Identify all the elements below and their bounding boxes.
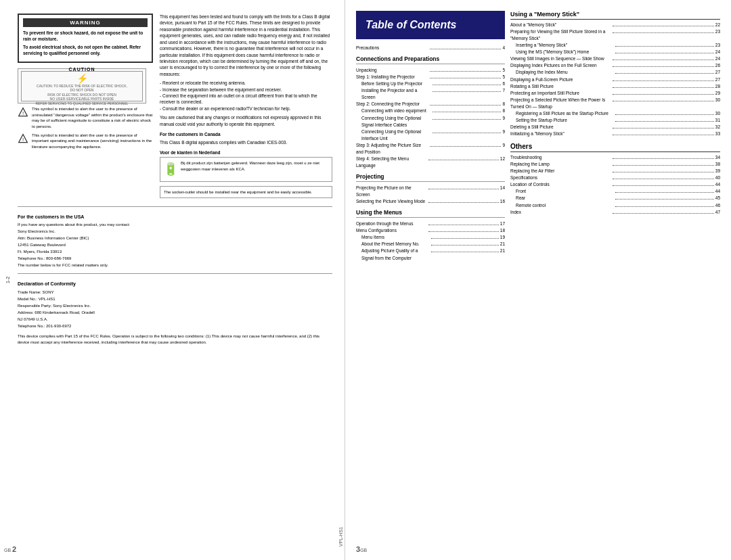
toc-step4: Step 4: Selecting the Menu Language 12 xyxy=(356,156,505,169)
warning-text: To prevent fire or shock hazard, do not … xyxy=(23,30,148,56)
warning-box: WARNING To prevent fire or shock hazard,… xyxy=(18,14,153,63)
toc-viewing-mode: Selecting the Picture Viewing Mode 16 xyxy=(356,198,505,205)
about-memory-stick: About a "Memory Stick" 22 xyxy=(510,22,720,28)
alert-box-2: ! This symbol is intended to alert the u… xyxy=(18,133,153,149)
rotating-picture: Rotating a Still Picture 28 xyxy=(510,83,720,90)
fcc-compliance-text: This device complies with Part 15 of the… xyxy=(18,333,332,345)
gb-label-left: GB 2 xyxy=(4,545,16,553)
warning-title: WARNING xyxy=(23,18,148,27)
caution-small-text: CAUTION: TO REDUCE THE RISK OF ELECTRIC … xyxy=(35,84,128,106)
toc-operation-menus: Operation through the Menus 17 xyxy=(356,220,505,227)
toc-step3: Step 3: Adjusting the Picture Size and P… xyxy=(356,142,505,156)
rear-controls: Rear 45 xyxy=(510,195,720,202)
toc-menu-config: Menu Configurations 18 xyxy=(356,227,505,234)
toc-interface-unit: Connecting Using the Optional Interface … xyxy=(356,129,505,142)
replacing-lamp: Replacing the Lamp 38 xyxy=(510,161,720,168)
fcc-text-column: This equipment has been tested and found… xyxy=(160,14,332,198)
projecting-startup: Projecting a Selected Picture When the P… xyxy=(510,97,720,110)
full-screen-picture: Displaying a Full-Screen Picture 27 xyxy=(510,76,720,83)
divider-2 xyxy=(18,273,332,274)
specifications: Specifications 40 xyxy=(510,174,720,181)
others-section: Others Troubleshooting 34 Replacing the … xyxy=(510,143,720,216)
caution-inner: CAUTION ⚡ CAUTION: TO REDUCE THE RISK OF… xyxy=(21,71,143,101)
troubleshooting: Troubleshooting 34 xyxy=(510,154,720,161)
right-page: Table of Contents Precautions 4 Connecti… xyxy=(345,0,731,560)
toc-preset-memory: About the Preset Memory No. 21 xyxy=(356,241,505,248)
toc-section-connections: Connections and Preparations xyxy=(356,55,505,64)
setting-startup: Setting the Startup Picture 31 xyxy=(510,117,720,124)
memory-stick-section: Using a "Memory Stick" About a "Memory S… xyxy=(510,11,720,137)
index-menu: Displaying the Index Menu 27 xyxy=(510,69,720,76)
rotated-page-label: 1-2 xyxy=(5,277,10,283)
page-container: 1-2 WARNING To prevent fire or shock haz… xyxy=(0,0,731,560)
warning-icon: ⚡ xyxy=(76,73,88,84)
left-page: 1-2 WARNING To prevent fire or shock haz… xyxy=(0,0,345,560)
declaration-title: Declaration of Conformity xyxy=(18,281,332,288)
inserting-memory-stick: Inserting a "Memory Stick" 23 xyxy=(510,42,720,49)
toc-precautions: Precautions 4 xyxy=(356,45,505,51)
left-top-section: WARNING To prevent fire or shock hazard,… xyxy=(18,14,332,198)
svg-text:!: ! xyxy=(22,110,24,116)
protecting-picture: Protecting an Important Still Picture 29 xyxy=(510,90,720,97)
toc-column: Table of Contents Precautions 4 Connecti… xyxy=(356,11,505,549)
model-label: VPL-HS1 xyxy=(338,527,343,546)
precautions-page: 4 xyxy=(502,45,505,51)
index-pictures: Displaying Index Pictures on the Full Sc… xyxy=(510,62,720,69)
alert-triangle-icon-1: ! xyxy=(18,107,28,118)
registering-startup: Registering a Still Picture as the Start… xyxy=(510,110,720,117)
battery-icon: 🔋 xyxy=(163,160,178,178)
front-controls: Front 44 xyxy=(510,188,720,195)
canada-text: This Class B digital apparatus complies … xyxy=(160,139,332,145)
toc-picture-quality: Adjusting Picture Quality of a Signal fr… xyxy=(356,248,505,261)
socket-box: The socket-outlet should be installed ne… xyxy=(160,186,332,198)
remote-control: Remote control 46 xyxy=(510,202,720,209)
caution-label: CAUTION xyxy=(69,67,95,72)
precautions-label: Precautions xyxy=(356,45,428,51)
deleting-picture: Deleting a Still Picture 32 xyxy=(510,124,720,131)
toc-before-setup: Before Setting Up the Projector 6 xyxy=(356,80,505,87)
others-header: Others xyxy=(510,143,720,152)
caution-image-box: CAUTION ⚡ CAUTION: TO REDUCE THE RISK OF… xyxy=(18,68,146,103)
toc-step2: Step 2: Connecting the Projector 8 xyxy=(356,101,505,108)
memory-stick-header: Using a "Memory Stick" xyxy=(510,11,720,20)
alert-box-1: ! This symbol is intended to alert the u… xyxy=(18,106,153,129)
toc-section-projecting: Projecting xyxy=(356,173,505,182)
nederland-text: Bij dit product zijn batterijen geleverd… xyxy=(181,160,329,172)
canada-title: For the customers in Canada xyxy=(160,131,332,137)
preparing-viewing: Preparing for Viewing the Still Picture … xyxy=(510,28,720,42)
toc-installing-screen: Installing the Projector and a Screen 7 xyxy=(356,87,505,101)
alert-text-1: This symbol is intended to alert the use… xyxy=(32,106,153,129)
index: Index 47 xyxy=(510,209,720,216)
svg-text:!: ! xyxy=(22,137,24,143)
toc-section-menus: Using the Menus xyxy=(356,209,505,218)
toc-unpacking: Unpacking 5 xyxy=(356,67,505,74)
socket-text: The socket-outlet should be installed ne… xyxy=(164,190,312,194)
left-warning-column: WARNING To prevent fire or shock hazard,… xyxy=(18,14,153,198)
page-number-left: 2 xyxy=(12,545,16,553)
divider-1 xyxy=(18,206,332,207)
location-controls: Location of Controls 44 xyxy=(510,181,720,188)
toc-step1: Step 1: Installing the Projector 5 xyxy=(356,74,505,80)
right-sections-column: Using a "Memory Stick" About a "Memory S… xyxy=(510,11,720,549)
alert-text-2: This symbol is intended to alert the use… xyxy=(32,133,153,149)
initializing-stick: Initializing a "Memory Stick" 33 xyxy=(510,131,720,137)
toc-signal-cables: Connecting Using the Optional Signal Int… xyxy=(356,115,505,129)
using-ms-home: Using the MS ("Memory Stick") Home 24 xyxy=(510,49,720,55)
alert-triangle-icon-2: ! xyxy=(18,133,28,144)
toc-projecting-screen: Projecting the Picture on the Screen 14 xyxy=(356,185,505,198)
slide-show: Viewing Still Images in Sequence — Slide… xyxy=(510,55,720,62)
gb-label-right: 3GB xyxy=(356,545,367,553)
toc-video-equipment: Connecting with video equipment 8 xyxy=(356,108,505,114)
contact-title: For the customers in the USA xyxy=(18,214,332,221)
replacing-filter: Replacing the Air Filter 39 xyxy=(510,168,720,174)
toc-header: Table of Contents xyxy=(356,11,505,39)
contact-section: For the customers in the USA If you have… xyxy=(18,214,332,270)
toc-menu-items: Menu Items 19 xyxy=(356,234,505,241)
nederland-title: Voor de klanten in Nederland xyxy=(160,149,332,156)
declaration-section: Declaration of Conformity Trade Name: SO… xyxy=(18,281,332,330)
nederland-box: 🔋 Bij dit product zijn batterijen geleve… xyxy=(160,157,332,181)
